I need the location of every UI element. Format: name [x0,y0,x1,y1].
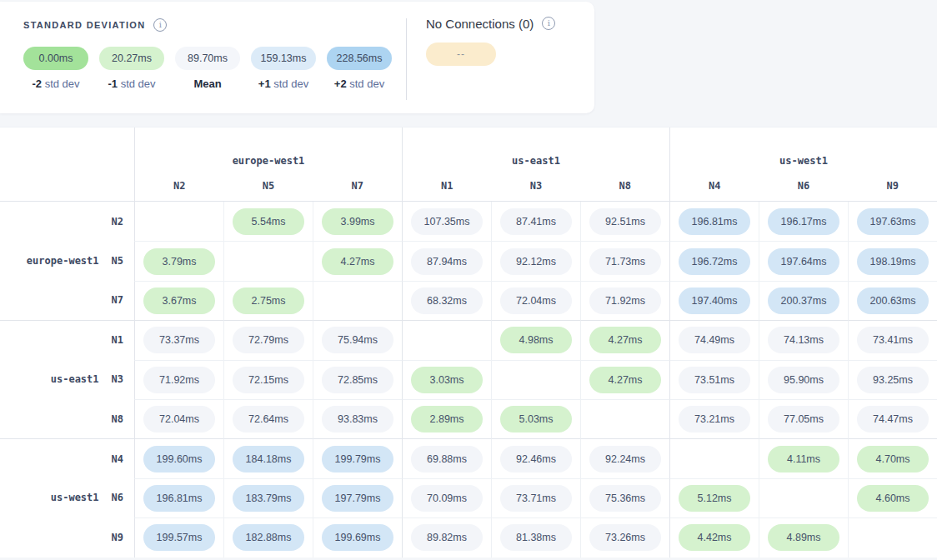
latency-pill[interactable]: 87.94ms [411,248,483,275]
latency-pill[interactable]: 4.42ms [679,524,750,551]
latency-pill[interactable]: 93.83ms [322,406,393,432]
latency-pill[interactable]: 72.15ms [233,367,304,393]
latency-pill[interactable]: 182.88ms [233,524,304,551]
latency-pill[interactable]: 92.46ms [500,446,572,472]
latency-pill[interactable]: 196.72ms [679,248,750,275]
latency-pill[interactable]: 200.37ms [768,288,839,314]
latency-pill[interactable]: 74.49ms [679,327,750,353]
latency-cell: 87.94ms [402,241,491,280]
row-label-cell: N4 [0,438,134,478]
latency-pill[interactable]: 197.40ms [679,288,750,314]
latency-pill[interactable]: 196.81ms [679,208,750,235]
latency-pill[interactable]: 197.64ms [768,248,839,275]
no-connections-pill: -- [426,42,496,66]
latency-pill[interactable]: 3.79ms [143,248,215,275]
latency-pill[interactable]: 73.71ms [500,485,572,512]
latency-pill[interactable]: 71.92ms [589,288,661,314]
standard-deviation-title: STANDARD DEVIATION [23,20,145,30]
latency-pill[interactable]: 4.60ms [857,485,929,512]
latency-pill[interactable]: 73.41ms [857,327,929,353]
latency-pill[interactable]: 92.24ms [589,446,661,472]
latency-pill[interactable]: 4.27ms [589,367,661,393]
latency-pill[interactable]: 72.04ms [143,406,215,432]
row-node-label: N5 [112,255,123,267]
latency-pill[interactable]: 2.89ms [411,406,483,432]
column-node-row: N2N5N7 [135,170,402,201]
info-icon[interactable]: i [153,18,167,32]
column-region-label: europe-west1 [233,155,305,167]
latency-pill[interactable]: 95.90ms [768,367,839,393]
row-label-cell: N8 [0,399,134,438]
latency-pill[interactable]: 71.92ms [143,367,215,393]
latency-pill[interactable]: 197.79ms [322,485,393,512]
row-region-label: us-east1 [51,373,99,385]
latency-pill[interactable]: 74.47ms [857,406,929,432]
latency-cell: 199.60ms [134,438,223,478]
latency-pill[interactable]: 75.36ms [589,485,661,512]
latency-pill[interactable]: 70.09ms [411,485,483,512]
legend-stop: 89.70msMean [175,47,240,90]
latency-pill[interactable]: 73.21ms [679,406,750,432]
latency-pill[interactable]: 87.41ms [500,208,572,235]
latency-cell: 4.27ms [580,320,669,359]
latency-pill[interactable]: 93.25ms [857,367,929,393]
latency-pill[interactable]: 4.98ms [500,327,572,353]
row-node-label: N7 [112,294,123,306]
latency-pill[interactable]: 73.26ms [589,524,661,551]
latency-pill[interactable]: 199.60ms [143,446,215,472]
latency-cell [848,518,937,557]
latency-pill[interactable]: 198.19ms [857,248,929,275]
latency-pill[interactable]: 73.51ms [679,367,750,393]
latency-pill[interactable]: 4.27ms [589,327,661,353]
latency-pill[interactable]: 5.12ms [679,485,750,512]
latency-pill[interactable]: 72.04ms [500,288,572,314]
latency-pill[interactable]: 4.27ms [322,248,393,275]
latency-pill[interactable]: 107.35ms [411,208,483,235]
latency-cell: 72.04ms [491,281,580,320]
latency-pill[interactable]: 69.88ms [411,446,483,472]
latency-pill[interactable]: 5.54ms [233,208,304,235]
latency-pill[interactable]: 199.69ms [322,524,393,551]
info-icon[interactable]: i [542,17,555,30]
latency-pill[interactable]: 68.32ms [411,288,483,314]
latency-pill[interactable]: 72.64ms [233,406,304,432]
latency-pill[interactable]: 199.57ms [143,524,215,551]
latency-pill[interactable]: 184.18ms [233,446,304,472]
latency-pill[interactable]: 72.85ms [322,367,393,393]
latency-pill[interactable]: 4.70ms [857,446,929,472]
latency-pill[interactable]: 183.79ms [233,485,304,512]
latency-pill[interactable]: 71.73ms [589,248,661,275]
latency-pill[interactable]: 77.05ms [768,406,839,432]
latency-cell: 5.12ms [669,478,759,518]
latency-pill[interactable]: 89.82ms [411,524,483,551]
latency-pill[interactable]: 73.37ms [143,327,215,353]
latency-pill[interactable]: 197.63ms [857,208,929,235]
latency-pill[interactable]: 3.99ms [322,208,393,235]
latency-pill[interactable]: 92.51ms [589,208,661,235]
latency-pill[interactable]: 4.89ms [768,524,839,551]
latency-pill[interactable]: 74.13ms [768,327,839,353]
latency-pill[interactable]: 196.81ms [143,485,215,512]
latency-pill[interactable]: 3.03ms [411,367,483,393]
column-node-cell: N8 [580,180,669,192]
latency-pill[interactable]: 5.03ms [500,406,572,432]
latency-cell: 92.46ms [491,438,580,478]
latency-pill[interactable]: 72.79ms [233,327,304,353]
latency-pill[interactable]: 2.75ms [233,288,304,314]
latency-pill[interactable]: 4.11ms [768,446,839,472]
latency-cell: 73.41ms [848,320,937,359]
latency-pill[interactable]: 81.38ms [500,524,572,551]
latency-pill[interactable]: 75.94ms [322,327,393,353]
latency-pill[interactable]: 199.79ms [322,446,393,472]
legend-stop-label-bold: -1 [108,78,118,90]
latency-pill[interactable]: 196.17ms [768,208,839,235]
latency-cell: 196.81ms [669,202,759,241]
row-node-label: N4 [112,453,123,465]
row-label-cell: N1 [0,320,134,359]
latency-pill[interactable]: 3.67ms [143,288,215,314]
latency-pill[interactable]: 200.63ms [857,288,929,314]
latency-pill[interactable]: 92.12ms [500,248,572,275]
latency-cell: 87.41ms [491,202,580,241]
column-node-label: N1 [441,180,453,192]
row-label-cell: us-east1N3 [0,360,134,399]
